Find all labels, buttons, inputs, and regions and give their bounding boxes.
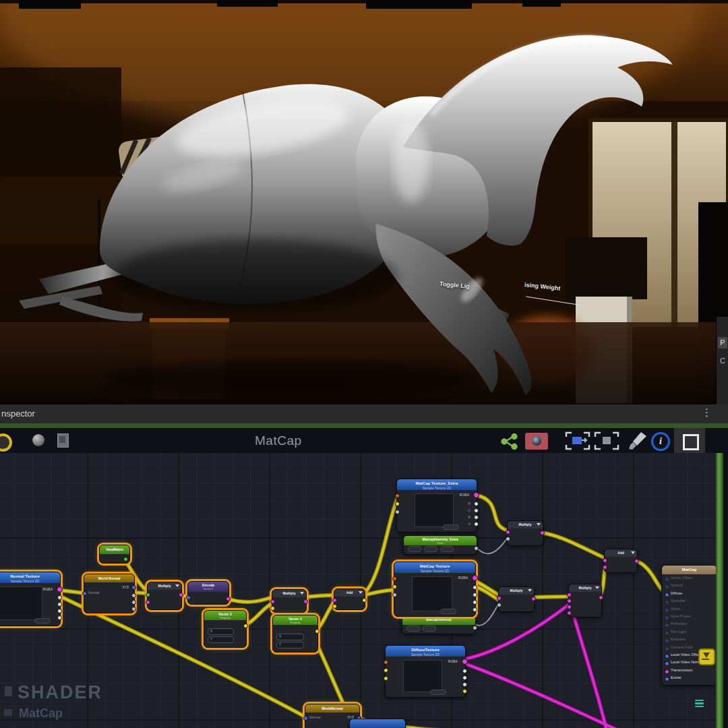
node-add-right[interactable]: Add (604, 549, 638, 573)
port-d-in[interactable] (567, 611, 572, 615)
y-field[interactable]: Y (208, 636, 234, 643)
port-g[interactable] (57, 602, 62, 607)
port-in[interactable] (186, 595, 191, 600)
port-tex-in[interactable] (392, 576, 397, 581)
node-matcap-intensity[interactable]: MatcapIntensity (402, 615, 476, 634)
collapse-chevron-icon[interactable] (528, 589, 532, 592)
port-b[interactable] (57, 609, 62, 613)
port-b-in[interactable] (567, 599, 572, 603)
node-matcap-master[interactable]: MatCap Vertex Offset Normal Diffuse Spec… (661, 565, 717, 686)
port-a[interactable] (473, 607, 477, 612)
port-xyz-out[interactable] (131, 585, 136, 590)
port-r[interactable] (57, 595, 62, 600)
port-in[interactable] (665, 615, 669, 620)
node-normal-texture[interactable]: Normal Texture Sample Texture 2D RGBA (0, 572, 61, 626)
master-row[interactable]: Reflection (662, 620, 717, 628)
node-multiply-bl[interactable]: Multiply (498, 586, 535, 612)
value-field[interactable] (408, 546, 421, 552)
graph-scrollbar[interactable] (716, 453, 723, 728)
port-b-in[interactable] (506, 537, 510, 541)
shader-graph-canvas[interactable]: Normal Texture Sample Texture 2D RGBA Vi… (0, 453, 728, 728)
port-tex-in[interactable] (395, 493, 400, 498)
port-tex-in[interactable] (384, 660, 388, 665)
more-menu-icon[interactable]: ⋮ (702, 406, 712, 419)
node-diffuse-texture[interactable]: DiffuseTexture Sample Texture 2D RGBA (385, 645, 466, 698)
master-row[interactable]: Emission (662, 636, 717, 643)
port-b-in[interactable] (603, 565, 607, 570)
port-sampler-in[interactable] (395, 510, 400, 514)
port-in[interactable] (665, 584, 669, 589)
port-out[interactable] (315, 629, 320, 634)
port-in[interactable] (665, 638, 669, 643)
port-sampler-in[interactable] (392, 593, 397, 597)
scene-viewport[interactable]: Toggle Lig ising Weight P C (0, 0, 728, 404)
copy-document-icon[interactable] (57, 433, 69, 448)
port-b[interactable] (462, 682, 467, 687)
port-r[interactable] (474, 502, 479, 506)
inspector-tab[interactable]: nspector (1, 408, 35, 419)
port-b-in[interactable] (146, 600, 150, 605)
master-row[interactable]: Vertex Offset (662, 574, 717, 582)
wrap-mode-pill[interactable] (440, 609, 456, 614)
collapse-chevron-icon[interactable] (631, 551, 635, 554)
port-a-in[interactable] (567, 593, 572, 597)
port-in[interactable] (665, 600, 669, 605)
master-row[interactable]: Transmission (662, 667, 717, 674)
frame-selection-icon[interactable] (593, 430, 620, 452)
master-row[interactable]: Spec Power (662, 613, 717, 620)
value-field[interactable] (424, 546, 437, 552)
value-field[interactable] (423, 626, 436, 632)
master-row[interactable]: Normal (662, 582, 717, 589)
port-a-in[interactable] (332, 598, 337, 603)
port-rgba[interactable] (472, 575, 478, 581)
port-r[interactable] (462, 669, 467, 673)
port-out[interactable] (362, 598, 367, 603)
port-c-in[interactable] (567, 605, 572, 609)
port-uv-in[interactable] (384, 668, 388, 673)
collapse-chevron-icon[interactable] (595, 586, 599, 589)
port-g[interactable] (462, 675, 467, 680)
node-multiply-2[interactable]: Multiply (272, 589, 307, 613)
port-a-in[interactable] (603, 558, 607, 563)
node-vector2-b[interactable]: Vector 2 Property X Y (272, 615, 318, 653)
node-multiply-top[interactable]: Multiply (507, 520, 543, 546)
frame-node-icon[interactable] (564, 430, 591, 452)
port-out[interactable] (531, 597, 536, 601)
port-b-in[interactable] (270, 606, 275, 611)
node-matcap-texture[interactable]: MatCap Texture Sample Texture 2D RGBA (394, 562, 476, 617)
node-add-1[interactable]: Add (334, 588, 365, 610)
port-r[interactable] (473, 585, 477, 590)
port-out[interactable] (634, 559, 639, 564)
port-x-out[interactable] (131, 593, 136, 598)
port-g[interactable] (474, 508, 479, 513)
collapse-chevron-icon[interactable] (537, 523, 541, 526)
port-out[interactable] (540, 530, 545, 535)
collapse-chevron-icon[interactable] (175, 584, 179, 587)
port-in[interactable] (665, 608, 669, 613)
port-in[interactable] (665, 623, 669, 628)
graph-menu-icon[interactable] (695, 700, 704, 708)
node-world-normal-1[interactable]: World Normal Normal XYZ (84, 574, 135, 613)
port-out[interactable] (474, 546, 479, 551)
port-a[interactable] (474, 522, 479, 526)
port-normal-in[interactable] (303, 716, 308, 721)
port-a-in[interactable] (146, 593, 150, 597)
node-multiply-bm[interactable]: Multiply (568, 584, 602, 617)
port-in[interactable] (665, 577, 669, 582)
port-out[interactable] (473, 626, 477, 630)
master-row[interactable]: Gloss (662, 605, 717, 613)
port-out[interactable] (243, 624, 248, 628)
port-in[interactable] (665, 593, 669, 597)
node-bottom-clipped[interactable] (349, 719, 406, 728)
port-a-in[interactable] (497, 596, 502, 601)
screenshot-camera-icon[interactable] (525, 433, 548, 450)
port-b-in[interactable] (332, 604, 337, 609)
port-uv-in[interactable] (395, 502, 400, 506)
port-b-in[interactable] (497, 603, 502, 607)
port-a[interactable] (462, 689, 467, 694)
sliver-p-button[interactable]: P (718, 337, 727, 348)
port-out[interactable] (226, 597, 231, 601)
clean-brush-icon[interactable] (628, 431, 648, 451)
y-field[interactable]: Y (276, 642, 304, 648)
wrap-mode-pill[interactable] (430, 690, 446, 695)
